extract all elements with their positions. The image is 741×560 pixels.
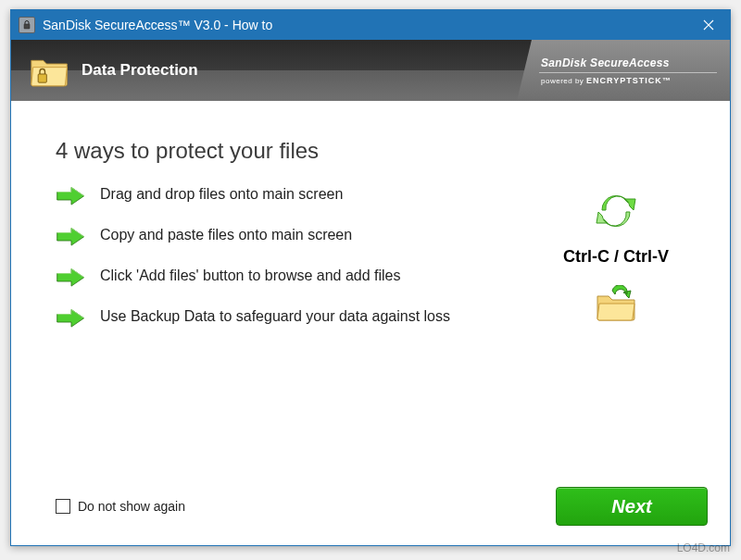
close-button[interactable] [687, 10, 730, 40]
item-text: Click 'Add files' button to browse and a… [100, 266, 401, 286]
brand-powered-by: powered by ENCRYPTSTICK™ [530, 76, 717, 85]
arrow-right-icon [56, 225, 87, 249]
next-button[interactable]: Next [556, 487, 708, 526]
brand-name: SanDisk SecureAccess [530, 56, 717, 69]
item-text: Copy and paste files onto main screen [100, 225, 352, 245]
window: SanDisk SecureAccess™ V3.0 - How to Data… [10, 9, 731, 546]
app-icon [19, 17, 35, 33]
banner-brand: SanDisk SecureAccess powered by ENCRYPTS… [517, 40, 730, 101]
checkbox-icon [56, 499, 70, 514]
svg-rect-1 [38, 74, 46, 82]
folder-add-icon [594, 285, 638, 322]
svg-rect-0 [24, 24, 30, 29]
banner: Data Protection SanDisk SecureAccess pow… [11, 40, 730, 101]
arrow-right-icon [56, 306, 87, 330]
checkbox-label: Do not show again [78, 499, 185, 514]
folder-lock-icon [30, 54, 70, 87]
shortcut-text: Ctrl-C / Ctrl-V [563, 247, 669, 267]
do-not-show-checkbox[interactable]: Do not show again [56, 499, 185, 514]
content-area: 4 ways to protect your files Drag and dr… [11, 101, 730, 484]
arrow-right-icon [56, 266, 87, 290]
banner-left: Data Protection [11, 54, 198, 87]
next-button-label: Next [611, 496, 651, 517]
refresh-icon [593, 190, 639, 229]
banner-title: Data Protection [82, 61, 198, 80]
brand-divider [539, 72, 717, 73]
page-heading: 4 ways to protect your files [56, 138, 708, 164]
window-title: SanDisk SecureAccess™ V3.0 - How to [43, 18, 687, 32]
item-text: Use Backup Data to safeguard your data a… [100, 306, 450, 327]
right-graphics: Ctrl-C / Ctrl-V [537, 190, 695, 322]
titlebar: SanDisk SecureAccess™ V3.0 - How to [11, 10, 730, 40]
footer: Do not show again Next [11, 484, 730, 545]
item-text: Drag and drop files onto main screen [100, 184, 343, 205]
watermark: LO4D.com [677, 541, 730, 554]
arrow-right-icon [56, 184, 87, 208]
